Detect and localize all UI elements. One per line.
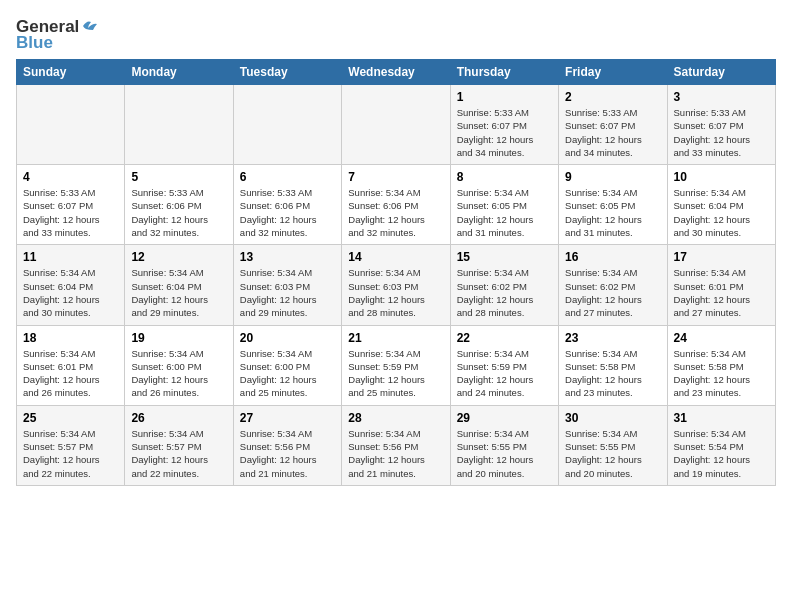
calendar-week-5: 25Sunrise: 5:34 AM Sunset: 5:57 PM Dayli… bbox=[17, 405, 776, 485]
calendar-cell: 6Sunrise: 5:33 AM Sunset: 6:06 PM Daylig… bbox=[233, 165, 341, 245]
logo: General Blue bbox=[16, 16, 103, 51]
day-info: Sunrise: 5:34 AM Sunset: 6:04 PM Dayligh… bbox=[131, 266, 226, 319]
day-info: Sunrise: 5:34 AM Sunset: 5:58 PM Dayligh… bbox=[565, 347, 660, 400]
day-info: Sunrise: 5:34 AM Sunset: 6:00 PM Dayligh… bbox=[240, 347, 335, 400]
calendar-week-1: 1Sunrise: 5:33 AM Sunset: 6:07 PM Daylig… bbox=[17, 85, 776, 165]
day-info: Sunrise: 5:34 AM Sunset: 5:59 PM Dayligh… bbox=[457, 347, 552, 400]
calendar-cell: 4Sunrise: 5:33 AM Sunset: 6:07 PM Daylig… bbox=[17, 165, 125, 245]
day-number: 23 bbox=[565, 331, 660, 345]
day-number: 31 bbox=[674, 411, 769, 425]
day-info: Sunrise: 5:33 AM Sunset: 6:07 PM Dayligh… bbox=[457, 106, 552, 159]
day-number: 6 bbox=[240, 170, 335, 184]
day-number: 14 bbox=[348, 250, 443, 264]
day-number: 27 bbox=[240, 411, 335, 425]
calendar-cell: 19Sunrise: 5:34 AM Sunset: 6:00 PM Dayli… bbox=[125, 325, 233, 405]
calendar-cell: 12Sunrise: 5:34 AM Sunset: 6:04 PM Dayli… bbox=[125, 245, 233, 325]
day-info: Sunrise: 5:34 AM Sunset: 5:56 PM Dayligh… bbox=[240, 427, 335, 480]
calendar-cell: 24Sunrise: 5:34 AM Sunset: 5:58 PM Dayli… bbox=[667, 325, 775, 405]
day-number: 5 bbox=[131, 170, 226, 184]
day-info: Sunrise: 5:33 AM Sunset: 6:06 PM Dayligh… bbox=[240, 186, 335, 239]
calendar-cell: 26Sunrise: 5:34 AM Sunset: 5:57 PM Dayli… bbox=[125, 405, 233, 485]
day-info: Sunrise: 5:34 AM Sunset: 6:01 PM Dayligh… bbox=[23, 347, 118, 400]
col-header-friday: Friday bbox=[559, 60, 667, 85]
calendar-cell: 31Sunrise: 5:34 AM Sunset: 5:54 PM Dayli… bbox=[667, 405, 775, 485]
day-info: Sunrise: 5:34 AM Sunset: 5:55 PM Dayligh… bbox=[565, 427, 660, 480]
day-info: Sunrise: 5:33 AM Sunset: 6:07 PM Dayligh… bbox=[674, 106, 769, 159]
calendar-cell: 9Sunrise: 5:34 AM Sunset: 6:05 PM Daylig… bbox=[559, 165, 667, 245]
col-header-sunday: Sunday bbox=[17, 60, 125, 85]
calendar-cell bbox=[342, 85, 450, 165]
logo-bird-icon bbox=[81, 16, 103, 36]
day-number: 2 bbox=[565, 90, 660, 104]
calendar-cell: 8Sunrise: 5:34 AM Sunset: 6:05 PM Daylig… bbox=[450, 165, 558, 245]
day-info: Sunrise: 5:34 AM Sunset: 5:59 PM Dayligh… bbox=[348, 347, 443, 400]
calendar-cell: 18Sunrise: 5:34 AM Sunset: 6:01 PM Dayli… bbox=[17, 325, 125, 405]
day-number: 3 bbox=[674, 90, 769, 104]
page-header: General Blue bbox=[16, 16, 776, 51]
calendar-cell: 23Sunrise: 5:34 AM Sunset: 5:58 PM Dayli… bbox=[559, 325, 667, 405]
calendar-cell: 14Sunrise: 5:34 AM Sunset: 6:03 PM Dayli… bbox=[342, 245, 450, 325]
calendar-table: SundayMondayTuesdayWednesdayThursdayFrid… bbox=[16, 59, 776, 486]
day-number: 10 bbox=[674, 170, 769, 184]
calendar-cell: 17Sunrise: 5:34 AM Sunset: 6:01 PM Dayli… bbox=[667, 245, 775, 325]
day-number: 11 bbox=[23, 250, 118, 264]
col-header-tuesday: Tuesday bbox=[233, 60, 341, 85]
calendar-cell: 2Sunrise: 5:33 AM Sunset: 6:07 PM Daylig… bbox=[559, 85, 667, 165]
calendar-cell: 5Sunrise: 5:33 AM Sunset: 6:06 PM Daylig… bbox=[125, 165, 233, 245]
day-number: 29 bbox=[457, 411, 552, 425]
calendar-cell bbox=[17, 85, 125, 165]
calendar-cell: 22Sunrise: 5:34 AM Sunset: 5:59 PM Dayli… bbox=[450, 325, 558, 405]
day-number: 22 bbox=[457, 331, 552, 345]
day-info: Sunrise: 5:34 AM Sunset: 5:56 PM Dayligh… bbox=[348, 427, 443, 480]
col-header-monday: Monday bbox=[125, 60, 233, 85]
day-number: 1 bbox=[457, 90, 552, 104]
day-number: 20 bbox=[240, 331, 335, 345]
calendar-cell: 28Sunrise: 5:34 AM Sunset: 5:56 PM Dayli… bbox=[342, 405, 450, 485]
calendar-cell: 13Sunrise: 5:34 AM Sunset: 6:03 PM Dayli… bbox=[233, 245, 341, 325]
calendar-cell: 25Sunrise: 5:34 AM Sunset: 5:57 PM Dayli… bbox=[17, 405, 125, 485]
calendar-cell: 7Sunrise: 5:34 AM Sunset: 6:06 PM Daylig… bbox=[342, 165, 450, 245]
day-number: 9 bbox=[565, 170, 660, 184]
calendar-cell bbox=[125, 85, 233, 165]
day-info: Sunrise: 5:34 AM Sunset: 5:54 PM Dayligh… bbox=[674, 427, 769, 480]
col-header-saturday: Saturday bbox=[667, 60, 775, 85]
calendar-cell: 11Sunrise: 5:34 AM Sunset: 6:04 PM Dayli… bbox=[17, 245, 125, 325]
day-info: Sunrise: 5:33 AM Sunset: 6:06 PM Dayligh… bbox=[131, 186, 226, 239]
calendar-cell bbox=[233, 85, 341, 165]
day-info: Sunrise: 5:34 AM Sunset: 5:57 PM Dayligh… bbox=[131, 427, 226, 480]
day-number: 21 bbox=[348, 331, 443, 345]
calendar-cell: 20Sunrise: 5:34 AM Sunset: 6:00 PM Dayli… bbox=[233, 325, 341, 405]
day-number: 8 bbox=[457, 170, 552, 184]
day-info: Sunrise: 5:34 AM Sunset: 6:02 PM Dayligh… bbox=[457, 266, 552, 319]
day-number: 13 bbox=[240, 250, 335, 264]
calendar-cell: 3Sunrise: 5:33 AM Sunset: 6:07 PM Daylig… bbox=[667, 85, 775, 165]
day-info: Sunrise: 5:34 AM Sunset: 6:05 PM Dayligh… bbox=[565, 186, 660, 239]
calendar-header: SundayMondayTuesdayWednesdayThursdayFrid… bbox=[17, 60, 776, 85]
col-header-thursday: Thursday bbox=[450, 60, 558, 85]
day-number: 16 bbox=[565, 250, 660, 264]
day-info: Sunrise: 5:34 AM Sunset: 6:04 PM Dayligh… bbox=[23, 266, 118, 319]
day-info: Sunrise: 5:34 AM Sunset: 6:04 PM Dayligh… bbox=[674, 186, 769, 239]
calendar-cell: 29Sunrise: 5:34 AM Sunset: 5:55 PM Dayli… bbox=[450, 405, 558, 485]
calendar-cell: 15Sunrise: 5:34 AM Sunset: 6:02 PM Dayli… bbox=[450, 245, 558, 325]
day-info: Sunrise: 5:33 AM Sunset: 6:07 PM Dayligh… bbox=[23, 186, 118, 239]
calendar-week-3: 11Sunrise: 5:34 AM Sunset: 6:04 PM Dayli… bbox=[17, 245, 776, 325]
calendar-cell: 21Sunrise: 5:34 AM Sunset: 5:59 PM Dayli… bbox=[342, 325, 450, 405]
day-number: 12 bbox=[131, 250, 226, 264]
day-number: 15 bbox=[457, 250, 552, 264]
calendar-week-2: 4Sunrise: 5:33 AM Sunset: 6:07 PM Daylig… bbox=[17, 165, 776, 245]
calendar-cell: 16Sunrise: 5:34 AM Sunset: 6:02 PM Dayli… bbox=[559, 245, 667, 325]
day-info: Sunrise: 5:34 AM Sunset: 6:06 PM Dayligh… bbox=[348, 186, 443, 239]
day-info: Sunrise: 5:34 AM Sunset: 6:02 PM Dayligh… bbox=[565, 266, 660, 319]
calendar-cell: 10Sunrise: 5:34 AM Sunset: 6:04 PM Dayli… bbox=[667, 165, 775, 245]
day-number: 28 bbox=[348, 411, 443, 425]
day-info: Sunrise: 5:34 AM Sunset: 6:01 PM Dayligh… bbox=[674, 266, 769, 319]
day-number: 19 bbox=[131, 331, 226, 345]
day-number: 30 bbox=[565, 411, 660, 425]
day-info: Sunrise: 5:34 AM Sunset: 5:55 PM Dayligh… bbox=[457, 427, 552, 480]
day-info: Sunrise: 5:33 AM Sunset: 6:07 PM Dayligh… bbox=[565, 106, 660, 159]
day-info: Sunrise: 5:34 AM Sunset: 6:03 PM Dayligh… bbox=[348, 266, 443, 319]
day-number: 17 bbox=[674, 250, 769, 264]
calendar-cell: 1Sunrise: 5:33 AM Sunset: 6:07 PM Daylig… bbox=[450, 85, 558, 165]
day-number: 4 bbox=[23, 170, 118, 184]
